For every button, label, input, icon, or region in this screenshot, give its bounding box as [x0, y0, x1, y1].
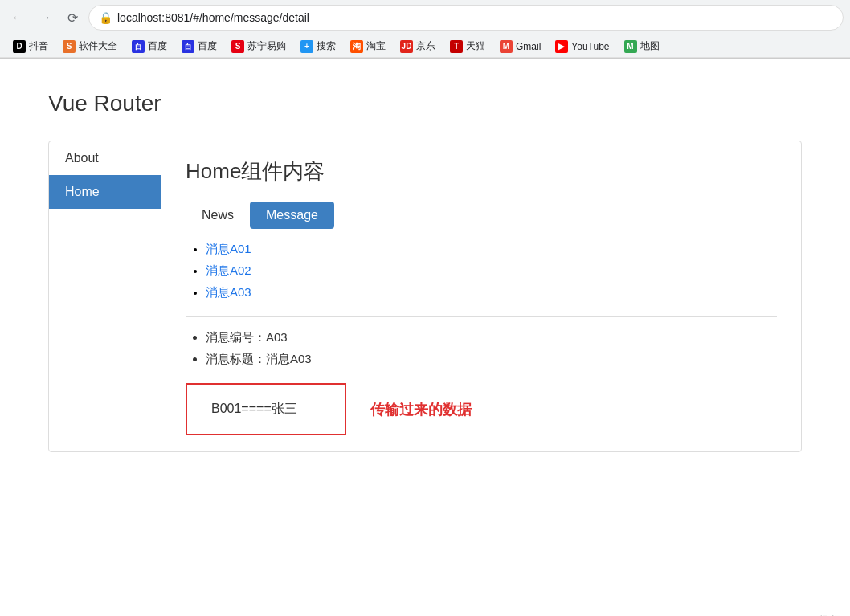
- bookmark-item[interactable]: 百百度: [125, 37, 174, 55]
- detail-id: 消息编号：A03: [206, 330, 777, 345]
- bookmark-label: 淘宝: [366, 39, 386, 53]
- bookmark-favicon: T: [450, 40, 463, 53]
- transfer-label: 传输过来的数据: [370, 400, 472, 419]
- sidebar: About Home: [49, 141, 161, 451]
- bookmark-favicon: M: [624, 40, 637, 53]
- tab-news[interactable]: News: [186, 202, 250, 229]
- main-layout: About Home Home组件内容 News Message 消息A01 消…: [48, 141, 802, 452]
- bookmark-label: 软件大全: [79, 39, 117, 53]
- refresh-button[interactable]: ⟳: [61, 6, 84, 29]
- divider: [186, 316, 777, 317]
- bookmark-label: 百度: [198, 39, 217, 53]
- browser-toolbar: ← → ⟳ 🔒 localhost:8081/#/home/message/de…: [0, 0, 850, 35]
- bookmark-favicon: M: [500, 40, 513, 53]
- list-item: 消息A02: [206, 263, 777, 279]
- back-button[interactable]: ←: [6, 6, 29, 29]
- bookmark-item[interactable]: D抖音: [6, 37, 55, 55]
- detail-list: 消息编号：A03 消息标题：消息A03: [186, 330, 777, 367]
- bookmark-item[interactable]: JD京东: [394, 37, 442, 55]
- bookmark-favicon: ▶: [555, 40, 568, 53]
- bookmark-favicon: S: [63, 40, 76, 53]
- page-title: Vue Router: [48, 91, 802, 116]
- bookmark-item[interactable]: +搜索: [294, 37, 342, 55]
- message-link-a01[interactable]: 消息A01: [206, 242, 251, 255]
- forward-button[interactable]: →: [34, 6, 56, 29]
- detail-box-content: B001====张三: [211, 402, 297, 415]
- bookmark-favicon: D: [13, 40, 26, 53]
- bookmark-label: 百度: [148, 39, 167, 53]
- bookmark-item[interactable]: 百百度: [175, 37, 223, 55]
- home-component-title: Home组件内容: [186, 157, 777, 186]
- bookmark-label: Gmail: [516, 41, 541, 52]
- list-item: 消息A01: [206, 242, 777, 257]
- bookmark-favicon: JD: [400, 40, 413, 53]
- message-link-a03[interactable]: 消息A03: [206, 285, 251, 299]
- bookmark-favicon: 百: [182, 40, 194, 53]
- bookmark-favicon: S: [231, 40, 244, 53]
- lock-icon: 🔒: [99, 11, 112, 24]
- sub-tabs: News Message: [186, 202, 777, 229]
- page-footer: CSDN @银-河: [0, 610, 850, 616]
- bookmark-item[interactable]: 淘淘宝: [344, 37, 392, 55]
- browser-chrome: ← → ⟳ 🔒 localhost:8081/#/home/message/de…: [0, 0, 850, 59]
- page-content: Vue Router About Home Home组件内容 News Mess…: [0, 59, 850, 610]
- bookmark-label: 苏宁易购: [247, 39, 286, 53]
- tab-message[interactable]: Message: [250, 202, 334, 229]
- bookmark-label: YouTube: [571, 41, 609, 52]
- bookmark-item[interactable]: ▶YouTube: [549, 38, 615, 55]
- bookmark-label: 抖音: [29, 39, 48, 53]
- bookmark-favicon: +: [300, 40, 313, 53]
- bookmark-label: 地图: [640, 39, 660, 53]
- sidebar-item-about[interactable]: About: [49, 141, 161, 175]
- detail-box-container: B001====张三 传输过来的数据: [186, 383, 777, 435]
- sidebar-item-home[interactable]: Home: [49, 175, 161, 209]
- content-area: Home组件内容 News Message 消息A01 消息A02 消息A03 …: [161, 141, 801, 451]
- bookmark-item[interactable]: M地图: [618, 37, 666, 55]
- list-item: 消息A03: [206, 285, 777, 300]
- bookmark-item[interactable]: S苏宁易购: [225, 37, 292, 55]
- bookmark-favicon: 淘: [350, 40, 363, 53]
- bookmark-label: 搜索: [317, 39, 336, 53]
- bookmark-item[interactable]: T天猫: [443, 37, 492, 55]
- bookmark-label: 天猫: [466, 39, 485, 53]
- bookmark-item[interactable]: S软件大全: [56, 37, 124, 55]
- message-list: 消息A01 消息A02 消息A03: [186, 242, 777, 300]
- bookmark-item[interactable]: MGmail: [493, 38, 547, 55]
- detail-box: B001====张三: [186, 383, 346, 435]
- bookmarks-bar: D抖音S软件大全百百度百百度S苏宁易购+搜索淘淘宝JD京东T天猫MGmail▶Y…: [0, 35, 850, 58]
- message-link-a02[interactable]: 消息A02: [206, 263, 251, 277]
- address-bar[interactable]: 🔒 localhost:8081/#/home/message/detail: [88, 5, 844, 31]
- address-text: localhost:8081/#/home/message/detail: [117, 11, 833, 24]
- bookmark-favicon: 百: [132, 40, 145, 53]
- detail-title: 消息标题：消息A03: [206, 352, 777, 367]
- bookmark-label: 京东: [416, 39, 435, 53]
